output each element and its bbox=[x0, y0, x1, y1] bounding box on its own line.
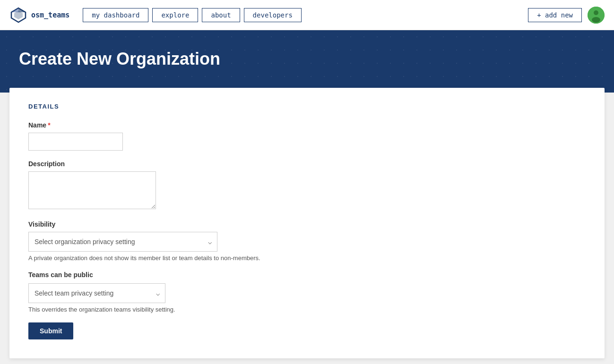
logo-text: osm_teams bbox=[31, 11, 69, 19]
name-field-group: Name* bbox=[28, 121, 586, 151]
visibility-field-group: Visibility Select organization privacy s… bbox=[28, 220, 586, 262]
override-hint: This overrides the organization teams vi… bbox=[28, 306, 586, 313]
org-privacy-select-wrapper: Select organization privacy setting Publ… bbox=[28, 232, 217, 252]
nav-link-developers[interactable]: developers bbox=[244, 8, 302, 22]
description-label: Description bbox=[28, 160, 586, 168]
hero-banner: Create New Organization bbox=[0, 30, 614, 93]
team-privacy-field-group: Teams can be public Select team privacy … bbox=[28, 271, 586, 313]
name-label: Name* bbox=[28, 121, 586, 129]
logo-link[interactable]: osm_teams bbox=[9, 6, 69, 24]
navbar-right: + add new bbox=[528, 7, 605, 24]
nav-link-dashboard[interactable]: my dashboard bbox=[83, 8, 148, 22]
team-privacy-select-wrapper: Select team privacy setting Public Priva… bbox=[28, 283, 165, 303]
avatar[interactable] bbox=[588, 7, 605, 24]
nav-links: my dashboard explore about developers bbox=[83, 8, 302, 22]
required-indicator: * bbox=[48, 121, 50, 129]
org-privacy-select[interactable]: Select organization privacy setting Publ… bbox=[28, 232, 217, 252]
page-title: Create New Organization bbox=[19, 49, 595, 69]
add-new-button[interactable]: + add new bbox=[528, 8, 582, 22]
section-title: DETAILS bbox=[28, 103, 586, 110]
svg-point-5 bbox=[594, 10, 598, 15]
navbar-left: osm_teams my dashboard explore about dev… bbox=[9, 6, 302, 24]
name-input[interactable] bbox=[28, 133, 123, 151]
logo-icon bbox=[9, 6, 27, 24]
navbar: osm_teams my dashboard explore about dev… bbox=[0, 0, 614, 30]
teams-public-label: Teams can be public bbox=[28, 271, 586, 279]
org-privacy-hint: A private organization does not show its… bbox=[28, 254, 586, 262]
svg-point-6 bbox=[592, 17, 600, 23]
form-container: DETAILS Name* Description Visibility Sel… bbox=[9, 88, 605, 358]
nav-link-about[interactable]: about bbox=[202, 8, 240, 22]
nav-link-explore[interactable]: explore bbox=[152, 8, 198, 22]
description-field-group: Description bbox=[28, 160, 586, 211]
submit-button[interactable]: Submit bbox=[28, 322, 73, 339]
description-input[interactable] bbox=[28, 171, 156, 209]
team-privacy-select[interactable]: Select team privacy setting Public Priva… bbox=[28, 283, 165, 303]
visibility-label: Visibility bbox=[28, 220, 586, 228]
avatar-icon bbox=[588, 7, 605, 24]
